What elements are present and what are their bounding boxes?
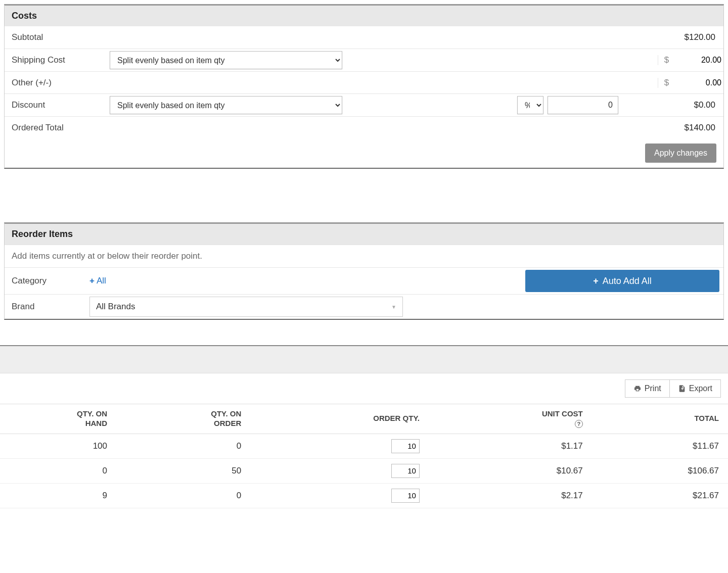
cell-unit-cost: $2.17 [429,483,592,508]
subtotal-value: $120.00 [658,27,723,47]
cell-total: $11.67 [592,434,728,458]
cell-on-hand: 9 [0,483,116,508]
plus-icon: + [89,276,95,286]
category-label: Category [5,276,85,286]
print-button[interactable]: Print [625,379,670,398]
ordered-total-row: Ordered Total $140.00 [5,116,723,138]
discount-total: $0.00 [622,95,723,115]
print-icon [633,385,642,393]
discount-label: Discount [5,95,106,115]
apply-changes-button[interactable]: Apply changes [645,144,716,163]
cell-total: $21.67 [592,483,728,508]
plus-icon: + [593,276,599,287]
col-on-hand: QTY. ON HAND [0,404,116,434]
ordered-total-label: Ordered Total [5,118,106,138]
other-row: Other (+/-) $ [5,71,723,93]
discount-value-input[interactable] [548,96,618,114]
subtotal-row: Subtotal $120.00 [5,26,723,49]
brand-label: Brand [5,302,85,312]
cell-unit-cost: $1.17 [429,434,592,458]
shipping-amount-input[interactable] [675,56,723,65]
col-total: TOTAL [592,404,728,434]
auto-add-all-button[interactable]: + Auto Add All [525,270,719,292]
table-toolbar: Print Export [0,373,728,404]
cell-on-hand: 0 [0,458,116,483]
cell-order-qty [250,434,429,458]
shipping-label: Shipping Cost [5,50,106,70]
discount-row: Discount Split evenly based on item qty … [5,93,723,116]
export-label: Export [689,384,712,393]
cell-on-order: 50 [116,458,250,483]
export-button[interactable]: Export [670,379,721,398]
col-order-qty: ORDER QTY. [250,404,429,434]
other-amount-input[interactable] [675,78,723,87]
category-all-link[interactable]: + All [89,276,106,286]
cell-on-hand: 100 [0,434,116,458]
table-row: 1000$1.17$11.67 [0,434,728,458]
other-label: Other (+/-) [5,73,106,93]
cell-on-order: 0 [116,483,250,508]
discount-mode-select[interactable]: Split evenly based on item qty [110,96,342,114]
other-currency: $ [658,78,675,88]
costs-title: Costs [5,6,723,26]
order-qty-input[interactable] [391,439,420,453]
cell-on-order: 0 [116,434,250,458]
table-header-band [0,345,728,373]
shipping-currency: $ [658,55,675,65]
brand-select[interactable]: All Brands ▼ [89,297,403,317]
costs-panel: Costs Subtotal $120.00 Shipping Cost Spl… [4,4,724,169]
chevron-down-icon: ▼ [391,304,396,310]
table-row: 90$2.17$21.67 [0,483,728,508]
cell-unit-cost: $10.67 [429,458,592,483]
reorder-subtext: Add items currently at or below their re… [5,245,723,267]
items-zone: Print Export QTY. ON HAND QTY. ON ORDER … [0,345,728,508]
export-icon [678,385,686,393]
ordered-total-value: $140.00 [658,118,723,138]
col-unit-cost: UNIT COST ? [429,404,592,434]
help-icon[interactable]: ? [575,420,583,428]
brand-value: All Brands [96,302,135,312]
auto-add-all-label: Auto Add All [603,276,652,287]
cell-total: $106.67 [592,458,728,483]
items-table: QTY. ON HAND QTY. ON ORDER ORDER QTY. UN… [0,404,728,508]
subtotal-label: Subtotal [5,27,106,47]
reorder-panel: Reorder Items Add items currently at or … [4,222,724,320]
print-label: Print [645,384,661,393]
order-qty-input[interactable] [391,489,420,503]
category-row: Category + All + Auto Add All [5,267,723,294]
order-qty-input[interactable] [391,464,420,478]
brand-row: Brand All Brands ▼ [5,294,723,319]
reorder-title: Reorder Items [5,224,723,245]
category-value: All [97,276,106,286]
cell-order-qty [250,458,429,483]
shipping-row: Shipping Cost Split evenly based on item… [5,49,723,71]
discount-unit-select[interactable]: % [517,96,543,114]
col-on-order: QTY. ON ORDER [116,404,250,434]
table-row: 050$10.67$106.67 [0,458,728,483]
cell-order-qty [250,483,429,508]
shipping-mode-select[interactable]: Split evenly based on item qty [110,51,342,69]
